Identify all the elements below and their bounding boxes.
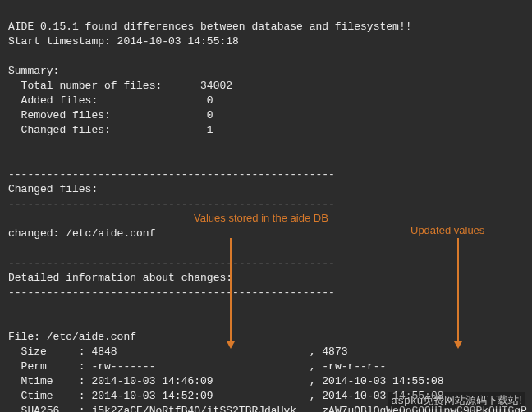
separator: ----------------------------------------… [8, 198, 335, 210]
arrow-head-updated [454, 341, 462, 349]
attr-size-label: Size : [8, 346, 91, 358]
attr-mtime-comma: , [303, 375, 322, 387]
summary-removed-label: Removed files: [8, 109, 111, 121]
changed-files-title: Changed files: [8, 183, 98, 195]
attr-mtime-new: 2014-10-03 14:55:08 [322, 375, 443, 387]
summary-title: Summary: [8, 65, 59, 77]
watermark: aspku免费网站源码下载站! [388, 392, 525, 409]
summary-added-label: Added files: [8, 94, 98, 107]
summary-changed-label: Changed files: [8, 124, 111, 136]
attr-mtime-db: 2014-10-03 14:46:09 [91, 375, 213, 387]
terminal-output: AIDE 0.15.1 found differences between da… [0, 0, 532, 412]
start-timestamp: Start timestamp: 2014-10-03 14:55:18 [8, 35, 239, 48]
attr-ctime-db: 2014-10-03 14:52:09 [91, 390, 213, 402]
attr-perm-comma: , [303, 360, 322, 373]
attr-ctime-comma: , [303, 390, 322, 402]
attr-size-db: 4848 [91, 346, 117, 358]
summary-added-value: 0 [207, 94, 213, 107]
separator: ----------------------------------------… [8, 168, 335, 181]
summary-total-value: 34002 [200, 80, 232, 92]
detailed-title: Detailed information about changes: [8, 272, 232, 284]
summary-total-label: Total number of files: [8, 80, 162, 92]
summary-removed-value: 0 [207, 109, 213, 121]
changed-file-entry: changed: /etc/aide.conf [8, 227, 155, 240]
separator: ----------------------------------------… [8, 257, 335, 269]
attr-sha256-label: SHA256 : [8, 405, 91, 412]
attr-sha256-db: j5k2ZaCE/NoRtfB4Q/itSS2TBRJdaUvk [91, 405, 296, 412]
annotation-db-values: Values stored in the aide DB [194, 212, 328, 224]
annotation-updated-values: Updated values [410, 224, 484, 236]
attr-ctime-label: Ctime : [8, 390, 91, 402]
arrow-updated [457, 238, 459, 343]
arrow-head-db [227, 341, 235, 349]
separator: ----------------------------------------… [8, 286, 335, 299]
attr-mtime-label: Mtime : [8, 375, 91, 387]
file-title: File: /etc/aide.conf [8, 331, 136, 343]
summary-changed-value: 1 [207, 124, 213, 136]
aide-header-line: AIDE 0.15.1 found differences between da… [8, 21, 411, 33]
arrow-db [230, 238, 232, 343]
attr-size-comma: , [303, 346, 322, 358]
attr-perm-db: -rw------- [91, 360, 155, 373]
attr-size-new: 4873 [322, 346, 347, 358]
attr-sha256-comma: , [303, 405, 322, 412]
attr-perm-new: -rw-r--r-- [322, 360, 386, 373]
attr-perm-label: Perm : [8, 360, 91, 373]
